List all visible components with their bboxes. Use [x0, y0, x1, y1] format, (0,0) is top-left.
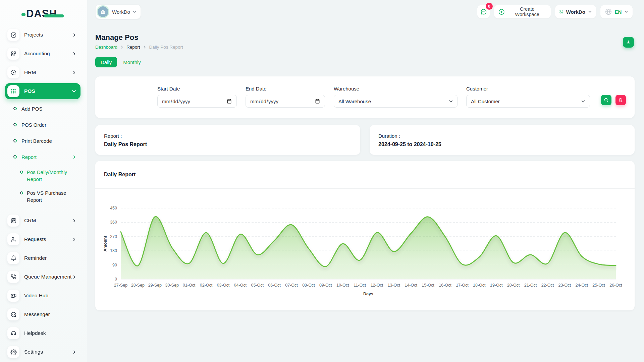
sidebar-item-report[interactable]: Report: [5, 150, 80, 164]
tab-monthly[interactable]: Monthly: [122, 59, 142, 65]
svg-text:18-Oct: 18-Oct: [473, 283, 486, 288]
sidebar-item-pos[interactable]: POS: [5, 83, 80, 99]
chevron-down-icon: [132, 10, 137, 14]
download-icon: [626, 40, 631, 45]
download-button[interactable]: [623, 37, 634, 48]
svg-text:14-Oct: 14-Oct: [405, 283, 417, 288]
svg-text:21-Oct: 21-Oct: [524, 283, 537, 288]
plus-circle-icon: [498, 8, 505, 15]
chevron-down-icon: [624, 10, 628, 14]
customer-select[interactable]: All Customer: [466, 95, 590, 108]
search-icon: [604, 98, 609, 103]
sidebar-item-pos-daily-monthly-report[interactable]: Pos Daily/Monthly Report: [5, 166, 80, 185]
sidebar: DASH Projects Accounting: [0, 0, 87, 362]
chevron-right-icon: [73, 351, 76, 354]
reset-icon: [618, 98, 623, 103]
globe-icon: [605, 8, 612, 15]
svg-text:16-Oct: 16-Oct: [439, 283, 451, 288]
sidebar-item-reminder[interactable]: Reminder: [5, 250, 80, 266]
queue-icon: [7, 271, 19, 283]
breadcrumb-dashboard[interactable]: Dashboard: [95, 45, 117, 50]
bullet-ring-icon: [13, 106, 17, 111]
reset-filter-button[interactable]: [615, 95, 626, 105]
svg-text:02-Oct: 02-Oct: [200, 283, 213, 288]
messages-count-badge: 0: [486, 3, 493, 10]
svg-text:30-Sep: 30-Sep: [165, 283, 179, 288]
duration-label: Duration :: [378, 133, 626, 139]
warehouse-field-group: Warehouse All Warehouse: [334, 86, 458, 108]
language-menu-button[interactable]: EN: [600, 5, 633, 18]
bullet-ring-icon: [13, 155, 17, 159]
sidebar-item-add-pos[interactable]: Add POS: [5, 102, 80, 115]
sidebar-item-requests[interactable]: Requests: [5, 231, 80, 247]
svg-text:0: 0: [115, 277, 117, 282]
sidebar-item-video-hub[interactable]: Video Hub: [5, 288, 80, 304]
sidebar-item-projects[interactable]: Projects: [5, 27, 80, 43]
svg-text:360: 360: [110, 220, 117, 225]
brand-logo[interactable]: DASH: [0, 0, 87, 27]
messenger-icon: [7, 308, 19, 320]
sidebar-item-queue-management[interactable]: Queue Management: [5, 269, 80, 285]
chevron-right-icon: [73, 238, 76, 241]
projects-icon: [7, 29, 19, 41]
daily-report-area-chart[interactable]: 090180270360450Amount27-Sep28-Sep29-Sep3…: [95, 189, 635, 310]
chevron-right-icon: [73, 156, 76, 159]
sidebar-item-pos-order[interactable]: POS Order: [5, 118, 80, 131]
topbar: WorkDo 0 Create Workspace WorkDo: [87, 0, 644, 23]
start-date-field-group: Start Date: [157, 86, 237, 108]
tab-daily[interactable]: Daily: [95, 57, 117, 67]
report-summary-card: Report : Daily Pos Report: [95, 125, 360, 155]
grid-plus-icon: [559, 8, 564, 15]
sidebar-item-messenger[interactable]: Messenger: [5, 306, 80, 322]
svg-text:28-Sep: 28-Sep: [131, 283, 145, 288]
report-mode-tabs: Daily Monthly: [95, 57, 635, 67]
svg-text:04-Oct: 04-Oct: [234, 283, 247, 288]
start-date-input[interactable]: [157, 95, 237, 108]
end-date-field-group: End Date: [246, 86, 325, 108]
hrm-icon: [7, 66, 19, 78]
company-menu-button[interactable]: WorkDo: [555, 5, 596, 18]
warehouse-select[interactable]: All Warehouse: [334, 95, 458, 108]
svg-text:08-Oct: 08-Oct: [302, 283, 315, 288]
daily-report-chart-card: Daily Report 090180270360450Amount27-Sep…: [95, 161, 635, 310]
chart-card-header: Daily Report: [95, 161, 635, 189]
svg-text:24-Oct: 24-Oct: [575, 283, 588, 288]
svg-text:23-Oct: 23-Oct: [558, 283, 571, 288]
svg-text:26-Oct: 26-Oct: [609, 283, 622, 288]
sidebar-item-hrm[interactable]: HRM: [5, 64, 80, 80]
sidebar-item-settings[interactable]: Settings: [5, 344, 80, 360]
reminder-icon: [7, 252, 19, 264]
start-date-label: Start Date: [157, 86, 237, 92]
sidebar-menu: Projects Accounting HRM: [0, 27, 87, 360]
bullet-ring-icon: [19, 170, 24, 174]
svg-text:Amount: Amount: [103, 236, 108, 252]
sidebar-item-pos-vs-purchase-report[interactable]: Pos VS Purchase Report: [5, 187, 80, 206]
svg-text:17-Oct: 17-Oct: [456, 283, 469, 288]
svg-text:90: 90: [112, 263, 117, 267]
sidebar-item-crm[interactable]: CRM: [5, 213, 80, 229]
svg-text:01-Oct: 01-Oct: [183, 283, 196, 288]
chevron-right-icon: [120, 46, 123, 49]
video-icon: [7, 290, 19, 302]
breadcrumb-current: Daily Pos Report: [149, 45, 183, 50]
sidebar-item-accounting[interactable]: Accounting: [5, 46, 80, 62]
svg-text:10-Oct: 10-Oct: [336, 283, 349, 288]
area-chart-svg: 090180270360450Amount27-Sep28-Sep29-Sep3…: [95, 189, 635, 310]
apply-filter-button[interactable]: [601, 95, 611, 105]
end-date-input[interactable]: [246, 95, 325, 108]
svg-text:05-Oct: 05-Oct: [251, 283, 264, 288]
messages-button[interactable]: 0: [477, 5, 490, 18]
accounting-icon: [7, 48, 19, 60]
workspace-switcher[interactable]: WorkDo: [95, 4, 141, 19]
settings-icon: [7, 346, 19, 358]
svg-text:19-Oct: 19-Oct: [490, 283, 503, 288]
create-workspace-button[interactable]: Create Workspace: [494, 5, 551, 18]
pos-grid-icon: [7, 85, 19, 97]
logo-dot-icon: [21, 13, 25, 16]
breadcrumb-report[interactable]: Report: [126, 45, 140, 50]
sidebar-item-print-barcode[interactable]: Print Barcode: [5, 134, 80, 147]
svg-text:22-Oct: 22-Oct: [541, 283, 554, 288]
svg-text:450: 450: [110, 206, 117, 210]
svg-text:06-Oct: 06-Oct: [268, 283, 281, 288]
sidebar-item-helpdesk[interactable]: Helpdesk: [5, 325, 80, 341]
